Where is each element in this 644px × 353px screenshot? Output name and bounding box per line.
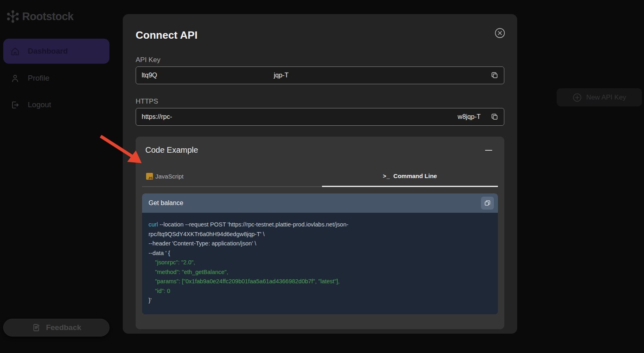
tab-javascript[interactable]: JS JavaScript: [142, 172, 322, 187]
https-field[interactable]: https://rpc- w8jqp-T: [136, 108, 504, 126]
javascript-icon: JS: [146, 173, 153, 180]
sidebar-item-label: Logout: [28, 100, 51, 109]
code-snippet-block: Get balance curl --location --request PO…: [142, 193, 498, 314]
tab-command-line-label: Command Line: [393, 172, 437, 179]
new-api-key-label: New API Key: [586, 93, 626, 102]
api-key-value-end: jqp-T: [274, 72, 288, 79]
connect-api-modal: Connect API API Key ltq9Q jqp-T HTTPS ht…: [123, 14, 517, 334]
sidebar: Rootstock Dashboard Profile: [0, 0, 113, 353]
app-root: Rootstock Dashboard Profile: [0, 0, 644, 353]
https-value-end: w8jqp-T: [458, 113, 481, 120]
modal-title: Connect API: [136, 29, 504, 42]
feedback-button[interactable]: Feedback: [3, 319, 109, 336]
tab-javascript-label: JavaScript: [155, 173, 184, 180]
plus-circle-icon: [572, 93, 582, 102]
snippet-title: Get balance: [149, 199, 183, 207]
code-lines[interactable]: curl --location --request POST 'https://…: [142, 213, 498, 314]
logout-icon: [10, 100, 20, 110]
new-api-key-button[interactable]: New API Key: [557, 88, 642, 106]
api-key-label: API Key: [136, 56, 504, 64]
rootstock-logo-icon: [6, 10, 19, 23]
sidebar-item-label: Profile: [28, 74, 50, 83]
close-icon[interactable]: [495, 28, 505, 38]
feedback-note-icon: [31, 323, 41, 332]
feedback-label: Feedback: [46, 323, 81, 332]
sidebar-item-dashboard[interactable]: Dashboard: [3, 39, 109, 64]
collapse-minus-icon[interactable]: [485, 150, 492, 151]
rootstock-logo: Rootstock: [6, 10, 74, 23]
copy-icon[interactable]: [491, 113, 498, 120]
sidebar-item-profile[interactable]: Profile: [3, 68, 109, 89]
code-language-tabs: JS JavaScript >_ Command Line: [142, 172, 498, 187]
https-label: HTTPS: [136, 98, 504, 106]
api-key-field[interactable]: ltq9Q jqp-T: [136, 66, 504, 84]
code-example-title: Code Example: [145, 145, 198, 155]
https-value-start: https://rpc-: [142, 113, 172, 120]
sidebar-item-logout[interactable]: Logout: [3, 94, 109, 115]
snippet-copy-button[interactable]: [481, 197, 494, 210]
person-icon: [10, 74, 20, 83]
code-example-card: Code Example JS JavaScript >_ Command Li…: [136, 137, 504, 329]
tab-command-line[interactable]: >_ Command Line: [322, 172, 498, 187]
terminal-prompt-icon: >_: [383, 173, 390, 179]
copy-icon[interactable]: [491, 72, 498, 79]
sidebar-item-label: Dashboard: [28, 47, 68, 56]
api-key-value-start: ltq9Q: [142, 72, 157, 79]
home-icon: [10, 47, 20, 56]
rootstock-logo-text: Rootstock: [22, 10, 74, 23]
